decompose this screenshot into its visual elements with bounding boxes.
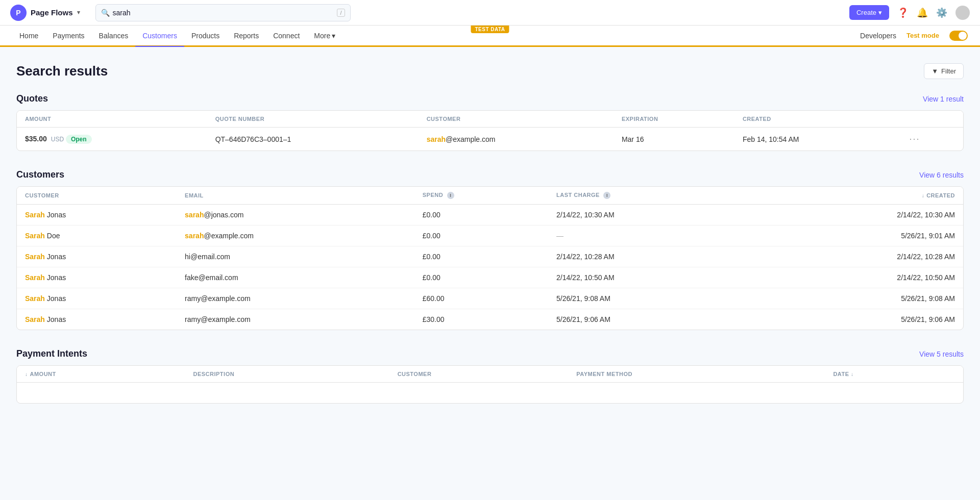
customer-email: sarah@example.com — [177, 226, 414, 246]
table-row[interactable]: $35.00 USD Open QT–646D76C3–0001–1 sarah… — [17, 128, 963, 151]
table-row[interactable]: Sarah Jonas sarah@jonas.com £0.00 2/14/2… — [17, 205, 963, 226]
customer-name: Sarah Jonas — [17, 205, 177, 226]
customers-table-wrap: CUSTOMER EMAIL SPEND i LAST CHARGE i ↓CR… — [16, 186, 964, 330]
last-charge-info-icon[interactable]: i — [603, 192, 610, 199]
notifications-icon[interactable]: 🔔 — [917, 7, 928, 18]
customers-section: Customers View 6 results CUSTOMER EMAIL … — [16, 169, 964, 330]
pi-col-date: DATE ↓ — [825, 366, 963, 383]
quotes-col-quote-number: QUOTE NUMBER — [207, 111, 419, 128]
customer-created: 5/26/21, 9:06 AM — [755, 309, 963, 330]
quotes-col-created: CREATED — [734, 111, 901, 128]
nav-developers[interactable]: Developers — [860, 32, 896, 40]
quote-created: Feb 14, 10:54 AM — [734, 128, 901, 151]
table-row[interactable]: Sarah Doe sarah@example.com £0.00 — 5/26… — [17, 226, 963, 246]
topbar: P Page Flows ▾ 🔍 / Create ▾ ❓ 🔔 ⚙️ — [0, 0, 980, 26]
create-label: Create — [856, 9, 876, 16]
payment-intents-view-link[interactable]: View 5 results — [919, 350, 964, 358]
table-row[interactable]: Sarah Jonas hi@email.com £0.00 2/14/22, … — [17, 246, 963, 267]
customer-spend: £0.00 — [414, 246, 548, 267]
customer-email: ramy@example.com — [177, 309, 414, 330]
spend-info-icon[interactable]: i — [447, 192, 454, 199]
nav-payments[interactable]: Payments — [45, 26, 91, 47]
settings-icon[interactable]: ⚙️ — [936, 7, 947, 18]
logo-circle: P — [10, 5, 27, 21]
test-mode-toggle[interactable] — [949, 31, 968, 41]
help-icon[interactable]: ❓ — [897, 7, 909, 18]
customers-col-spend: SPEND i — [414, 187, 548, 205]
nav-balances[interactable]: Balances — [92, 26, 136, 47]
filter-label: Filter — [941, 67, 956, 75]
quote-customer: sarah@example.com — [419, 128, 614, 151]
main-content: Search results ▼ Filter Quotes View 1 re… — [0, 47, 980, 438]
nav-connect[interactable]: Connect — [266, 26, 307, 47]
payment-intents-section: Payment Intents View 5 results ↓AMOUNT D… — [16, 348, 964, 404]
pi-col-amount: ↓AMOUNT — [17, 366, 185, 383]
customers-view-link[interactable]: View 6 results — [919, 171, 964, 179]
customer-last-charge: 2/14/22, 10:30 AM — [548, 205, 756, 226]
status-badge: Open — [66, 135, 92, 144]
nav-products[interactable]: Products — [184, 26, 227, 47]
filter-icon: ▼ — [932, 67, 938, 75]
test-data-badge: TEST DATA — [471, 26, 509, 33]
customers-section-header: Customers View 6 results — [16, 169, 964, 180]
logo[interactable]: P Page Flows ▾ — [10, 5, 80, 21]
quotes-view-link[interactable]: View 1 result — [923, 95, 964, 103]
table-row[interactable]: Sarah Jonas ramy@example.com £60.00 5/26… — [17, 288, 963, 309]
search-slash: / — [337, 9, 345, 17]
quotes-col-expiration: EXPIRATION — [614, 111, 734, 128]
customer-name: Sarah Jonas — [17, 309, 177, 330]
nav-customers[interactable]: Customers — [135, 26, 184, 47]
search-box[interactable]: 🔍 / — [95, 4, 351, 21]
customer-name: Sarah Jonas — [17, 246, 177, 267]
test-mode-label: Test mode — [906, 32, 939, 39]
payment-intents-section-title: Payment Intents — [16, 348, 87, 359]
quote-amount: $35.00 USD Open — [17, 128, 207, 151]
table-row — [17, 383, 963, 403]
filter-button[interactable]: ▼ Filter — [924, 63, 964, 79]
customers-table-header-row: CUSTOMER EMAIL SPEND i LAST CHARGE i ↓CR… — [17, 187, 963, 205]
customer-email: fake@email.com — [177, 267, 414, 288]
quotes-table: AMOUNT QUOTE NUMBER CUSTOMER EXPIRATION … — [17, 111, 963, 151]
create-button[interactable]: Create ▾ — [849, 5, 889, 20]
quote-expiration: Mar 16 — [614, 128, 734, 151]
nav-home[interactable]: Home — [12, 26, 45, 47]
quotes-table-wrap: AMOUNT QUOTE NUMBER CUSTOMER EXPIRATION … — [16, 110, 964, 151]
quotes-section-title: Quotes — [16, 93, 48, 104]
customer-last-charge: 2/14/22, 10:28 AM — [548, 246, 756, 267]
customer-created: 5/26/21, 9:01 AM — [755, 226, 963, 246]
nav-more[interactable]: More ▾ — [307, 26, 342, 47]
logo-chevron-icon: ▾ — [77, 9, 80, 16]
avatar[interactable] — [955, 6, 970, 20]
customer-name: Sarah Jonas — [17, 267, 177, 288]
more-chevron-icon: ▾ — [332, 32, 335, 40]
payment-intents-table: ↓AMOUNT DESCRIPTION CUSTOMER PAYMENT MET… — [17, 366, 963, 403]
customers-section-title: Customers — [16, 169, 64, 180]
customer-created: 2/14/22, 10:50 AM — [755, 267, 963, 288]
pi-col-description: DESCRIPTION — [185, 366, 389, 383]
payment-intents-section-header: Payment Intents View 5 results — [16, 348, 964, 359]
page-header: Search results ▼ Filter — [16, 63, 964, 79]
quotes-section: Quotes View 1 result AMOUNT QUOTE NUMBER… — [16, 93, 964, 151]
customer-last-charge: 5/26/21, 9:06 AM — [548, 309, 756, 330]
customers-col-last-charge: LAST CHARGE i — [548, 187, 756, 205]
customer-spend: £30.00 — [414, 309, 548, 330]
search-input[interactable] — [113, 9, 334, 17]
customer-last-charge: — — [548, 226, 756, 246]
nav-right: Developers Test mode — [860, 31, 968, 41]
quotes-col-amount: AMOUNT — [17, 111, 207, 128]
customer-created: 2/14/22, 10:28 AM — [755, 246, 963, 267]
customers-col-created: ↓CREATED — [755, 187, 963, 205]
quote-number: QT–646D76C3–0001–1 — [207, 128, 419, 151]
quotes-col-customer: CUSTOMER — [419, 111, 614, 128]
customer-spend: £0.00 — [414, 226, 548, 246]
table-row[interactable]: Sarah Jonas fake@email.com £0.00 2/14/22… — [17, 267, 963, 288]
customers-col-email: EMAIL — [177, 187, 414, 205]
table-row[interactable]: Sarah Jonas ramy@example.com £30.00 5/26… — [17, 309, 963, 330]
payment-intents-table-wrap: ↓AMOUNT DESCRIPTION CUSTOMER PAYMENT MET… — [16, 365, 964, 404]
quote-more[interactable]: ··· — [901, 128, 963, 151]
app-name: Page Flows — [31, 8, 73, 17]
nav-reports[interactable]: Reports — [227, 26, 266, 47]
logo-letter: P — [16, 9, 20, 17]
customer-created: 5/26/21, 9:08 AM — [755, 288, 963, 309]
pi-col-payment-method: PAYMENT METHOD — [568, 366, 825, 383]
